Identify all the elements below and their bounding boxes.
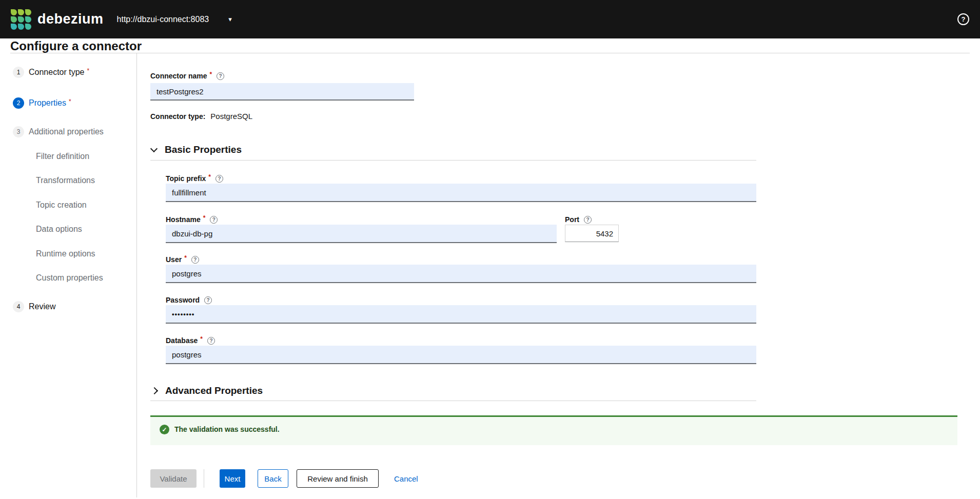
step-number-badge: 1	[13, 67, 24, 78]
page-title: Configure a connector	[10, 38, 142, 54]
hostname-input[interactable]	[166, 225, 557, 243]
cluster-url-dropdown[interactable]: http://dbzui-connect:8083 ▾	[117, 15, 232, 24]
nav-step-label: Review	[29, 302, 55, 311]
basic-properties-title: Basic Properties	[165, 144, 242, 156]
chevron-right-icon	[151, 387, 158, 394]
validation-message: The validation was successful.	[174, 425, 280, 445]
port-label: Port	[565, 215, 579, 224]
database-label: Database	[166, 336, 198, 345]
password-input[interactable]	[166, 305, 756, 324]
nav-step-label: Connector type	[29, 68, 85, 77]
nav-step-connector-type[interactable]: 1 Connector type *	[10, 67, 89, 78]
nav-substep-runtime-options[interactable]: Runtime options	[36, 248, 95, 260]
nav-step-label: Properties	[29, 98, 66, 108]
field-help-icon[interactable]: ?	[215, 175, 223, 183]
required-asterisk: *	[209, 71, 212, 78]
nav-substep-transformations[interactable]: Transformations	[36, 175, 95, 186]
nav-substep-data-options[interactable]: Data options	[36, 224, 82, 235]
logo-drop	[11, 16, 17, 23]
required-asterisk: *	[200, 335, 203, 343]
connector-type-row: Connector type: PostgreSQL	[150, 112, 252, 121]
wizard-top-border	[10, 53, 970, 53]
field-help-icon[interactable]: ?	[210, 216, 218, 224]
password-label: Password	[166, 296, 200, 304]
step-number-badge: 2	[13, 97, 24, 109]
topic-prefix-label-row: Topic prefix * ?	[166, 174, 223, 183]
user-input[interactable]	[166, 265, 756, 283]
logo-drop	[11, 9, 17, 15]
required-asterisk: *	[87, 67, 90, 74]
logo-drop	[25, 16, 31, 23]
port-label-row: Port ?	[565, 215, 592, 224]
validate-button[interactable]: Validate	[150, 469, 197, 488]
hostname-label-row: Hostname * ?	[166, 215, 218, 224]
field-help-icon[interactable]: ?	[207, 337, 215, 345]
topic-prefix-input[interactable]	[166, 184, 756, 202]
section-divider	[150, 160, 756, 161]
required-asterisk: *	[69, 98, 71, 105]
debezium-logo[interactable]: debezium	[11, 9, 104, 30]
step-number-badge: 4	[13, 301, 24, 312]
next-button[interactable]: Next	[220, 469, 245, 488]
database-label-row: Database * ?	[166, 336, 215, 345]
advanced-properties-title: Advanced Properties	[165, 385, 263, 397]
help-icon[interactable]: ?	[957, 13, 969, 25]
field-help-icon[interactable]: ?	[191, 256, 199, 264]
topic-prefix-label: Topic prefix	[166, 174, 206, 183]
step-number-badge: 3	[13, 126, 24, 137]
nav-substep-topic-creation[interactable]: Topic creation	[36, 199, 87, 211]
nav-substep-filter-definition[interactable]: Filter definition	[36, 151, 89, 162]
review-and-finish-button[interactable]: Review and finish	[297, 469, 379, 488]
masthead: debezium http://dbzui-connect:8083 ▾ ?	[0, 0, 980, 38]
validation-success-alert: ✓ The validation was successful.	[150, 415, 957, 445]
port-input[interactable]	[565, 225, 619, 242]
connector-name-input[interactable]	[150, 83, 414, 101]
connector-name-label-row: Connector name * ?	[150, 71, 224, 81]
brand-name: debezium	[37, 11, 104, 27]
section-divider	[150, 401, 756, 401]
field-help-icon[interactable]: ?	[584, 216, 592, 224]
user-label: User	[166, 255, 182, 264]
required-asterisk: *	[184, 254, 187, 262]
back-button[interactable]: Back	[258, 469, 288, 488]
logo-drop	[18, 9, 24, 15]
advanced-properties-toggle[interactable]: Advanced Properties	[152, 385, 263, 397]
logo-drop	[25, 9, 31, 15]
cluster-url-label: http://dbzui-connect:8083	[117, 15, 209, 24]
chevron-down-icon	[150, 145, 158, 152]
connector-name-label: Connector name	[150, 72, 207, 80]
check-circle-icon: ✓	[160, 425, 169, 434]
nav-step-label: Additional properties	[29, 127, 104, 136]
required-asterisk: *	[208, 173, 211, 181]
wizard-nav: 1 Connector type * 2 Properties * 3 Addi…	[10, 53, 137, 497]
nav-substep-custom-properties[interactable]: Custom properties	[36, 272, 103, 284]
required-asterisk: *	[203, 214, 206, 222]
wizard-footer: Validate Next Back Review and finish Can…	[150, 469, 418, 488]
logo-drop	[18, 24, 24, 30]
nav-step-additional-properties[interactable]: 3 Additional properties	[10, 126, 104, 137]
caret-down-icon: ▾	[228, 15, 232, 23]
logo-drop	[25, 24, 31, 30]
database-input[interactable]	[166, 346, 756, 364]
debezium-logo-icon	[11, 9, 31, 30]
hostname-label: Hostname	[166, 215, 201, 224]
footer-divider	[204, 469, 204, 488]
logo-drop	[18, 16, 24, 23]
connector-type-value: PostgreSQL	[210, 112, 252, 121]
field-help-icon[interactable]: ?	[217, 72, 224, 80]
nav-step-review[interactable]: 4 Review	[10, 301, 55, 312]
user-label-row: User * ?	[166, 255, 199, 264]
logo-drop	[11, 24, 17, 30]
connector-type-label: Connector type:	[150, 112, 205, 121]
cancel-button[interactable]: Cancel	[394, 469, 418, 488]
field-help-icon[interactable]: ?	[204, 296, 212, 304]
password-label-row: Password ?	[166, 295, 212, 305]
nav-step-properties[interactable]: 2 Properties *	[10, 97, 71, 109]
basic-properties-toggle[interactable]: Basic Properties	[151, 144, 242, 156]
